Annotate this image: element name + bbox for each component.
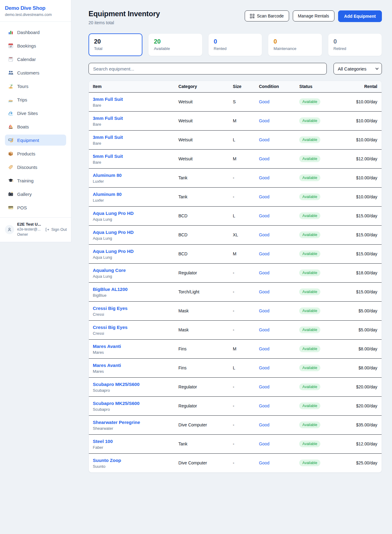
header-actions: Scan Barcode Manage Rentals Add Equipmen… — [245, 10, 382, 22]
condition-link[interactable]: Good — [259, 441, 269, 446]
condition-link[interactable]: Good — [259, 422, 269, 427]
scan-barcode-button[interactable]: Scan Barcode — [245, 10, 289, 21]
item-name-link[interactable]: Aqua Lung Pro HD — [93, 248, 134, 254]
item-name-link[interactable]: BigBlue AL1200 — [93, 286, 128, 292]
cell-status: Available — [299, 301, 345, 320]
item-name-link[interactable]: Cressi Big Eyes — [93, 324, 127, 330]
item-name-link[interactable]: Steel 100 — [93, 438, 113, 444]
add-equipment-button[interactable]: Add Equipment — [338, 10, 382, 22]
item-name-link[interactable]: 3mm Full Suit — [93, 134, 123, 140]
column-header-category: Category — [179, 81, 233, 92]
item-name-link[interactable]: Aluminum 80 — [93, 172, 122, 178]
sign-out-button[interactable]: Sign Out — [45, 227, 67, 232]
condition-link[interactable]: Good — [259, 327, 269, 332]
sidebar-item-discounts[interactable]: Discounts — [5, 162, 66, 173]
cell-rental: $35.00/day — [345, 415, 382, 434]
condition-link[interactable]: Good — [259, 308, 269, 313]
sidebar-item-boats[interactable]: Boats — [5, 121, 66, 132]
status-badge: Available — [299, 288, 320, 295]
table-header-row: Item Category Size Condition Status Rent… — [89, 81, 382, 92]
add-equipment-label: Add Equipment — [344, 14, 376, 19]
search-input[interactable] — [89, 63, 327, 74]
item-name-link[interactable]: Cressi Big Eyes — [93, 305, 127, 311]
condition-link[interactable]: Good — [259, 194, 269, 199]
cell-status: Available — [299, 320, 345, 339]
condition-link[interactable]: Good — [259, 384, 269, 389]
condition-link[interactable]: Good — [259, 270, 269, 275]
sidebar-item-bookings[interactable]: 17Bookings — [5, 40, 66, 51]
item-name-link[interactable]: Scubapro MK25/S600 — [93, 400, 140, 406]
cell-category: Dive Computer — [179, 415, 233, 434]
condition-link[interactable]: Good — [259, 365, 269, 370]
item-name-link[interactable]: Mares Avanti — [93, 362, 121, 368]
category-select[interactable]: All Categories — [334, 63, 382, 74]
sidebar-nav: Dashboard17BookingsCalendarCustomersTour… — [0, 22, 71, 217]
condition-link[interactable]: Good — [259, 99, 269, 104]
cell-rental: $10.00/day — [345, 111, 382, 130]
sidebar-item-tours[interactable]: Tours — [5, 81, 66, 92]
cell-status: Available — [299, 282, 345, 301]
condition-link[interactable]: Good — [259, 460, 269, 465]
sidebar-item-equipment[interactable]: Equipment — [5, 135, 66, 146]
sidebar-item-gallery[interactable]: Gallery — [5, 189, 66, 200]
condition-link[interactable]: Good — [259, 289, 269, 294]
sidebar-item-calendar[interactable]: Calendar — [5, 54, 66, 65]
item-name-link[interactable]: Suunto Zoop — [93, 457, 121, 463]
cell-item: Mares AvantiMares — [89, 339, 179, 358]
sidebar-item-training[interactable]: Training — [5, 175, 66, 186]
sidebar-item-dive-sites[interactable]: Dive Sites — [5, 108, 66, 119]
table-row: Mares AvantiMaresFinsMGoodAvailable$8.00… — [89, 339, 382, 358]
condition-link[interactable]: Good — [259, 156, 269, 161]
cell-condition: Good — [259, 301, 299, 320]
item-name-link[interactable]: Aqua Lung Pro HD — [93, 210, 134, 216]
status-badge: Available — [299, 250, 320, 257]
cell-status: Available — [299, 358, 345, 377]
cell-rental: $25.00/day — [345, 453, 382, 472]
item-name-link[interactable]: Aqualung Core — [93, 267, 126, 273]
sidebar-item-pos[interactable]: POS — [5, 202, 66, 213]
stat-card-total[interactable]: 20Total — [89, 33, 142, 56]
cell-item: Cressi Big EyesCressi — [89, 301, 179, 320]
stat-card-retired[interactable]: 0Retired — [328, 33, 382, 56]
sidebar-item-label: Dashboard — [17, 30, 40, 35]
sidebar-item-trips[interactable]: Trips — [5, 94, 66, 105]
stat-card-available[interactable]: 20Available — [148, 33, 202, 56]
item-name-link[interactable]: Mares Avanti — [93, 343, 121, 349]
condition-link[interactable]: Good — [259, 213, 269, 218]
cell-size: M — [233, 111, 259, 130]
manage-rentals-button[interactable]: Manage Rentals — [293, 10, 334, 21]
item-name-link[interactable]: 3mm Full Suit — [93, 115, 123, 121]
item-name-link[interactable]: 3mm Full Suit — [93, 96, 123, 102]
item-brand: Bare — [93, 103, 179, 108]
condition-link[interactable]: Good — [259, 137, 269, 142]
status-badge: Available — [299, 402, 320, 409]
sidebar-item-dashboard[interactable]: Dashboard — [5, 27, 66, 38]
sidebar-item-label: Bookings — [17, 43, 36, 48]
cell-size: - — [233, 187, 259, 206]
item-name-link[interactable]: 5mm Full Suit — [93, 153, 123, 159]
condition-link[interactable]: Good — [259, 175, 269, 180]
cell-item: Suunto ZoopSuunto — [89, 453, 179, 472]
item-brand: Shearwater — [93, 426, 179, 431]
stat-card-maintenance[interactable]: 0Maintenance — [268, 33, 322, 56]
condition-link[interactable]: Good — [259, 232, 269, 237]
logout-icon — [45, 227, 49, 232]
sidebar-item-customers[interactable]: Customers — [5, 67, 66, 78]
cell-size: - — [233, 282, 259, 301]
cell-item: 5mm Full SuitBare — [89, 149, 179, 168]
stat-label: Rented — [214, 46, 257, 51]
item-name-link[interactable]: Shearwater Peregrine — [93, 419, 140, 425]
item-name-link[interactable]: Scubapro MK25/S600 — [93, 381, 140, 387]
sidebar-item-label: POS — [17, 205, 27, 210]
cell-condition: Good — [259, 92, 299, 111]
condition-link[interactable]: Good — [259, 118, 269, 123]
sidebar-item-products[interactable]: Products — [5, 148, 66, 159]
stat-card-rented[interactable]: 0Rented — [208, 33, 262, 56]
cell-condition: Good — [259, 187, 299, 206]
condition-link[interactable]: Good — [259, 251, 269, 256]
item-name-link[interactable]: Aluminum 80 — [93, 191, 122, 197]
cell-item: Mares AvantiMares — [89, 358, 179, 377]
condition-link[interactable]: Good — [259, 403, 269, 408]
condition-link[interactable]: Good — [259, 346, 269, 351]
item-name-link[interactable]: Aqua Lung Pro HD — [93, 229, 134, 235]
